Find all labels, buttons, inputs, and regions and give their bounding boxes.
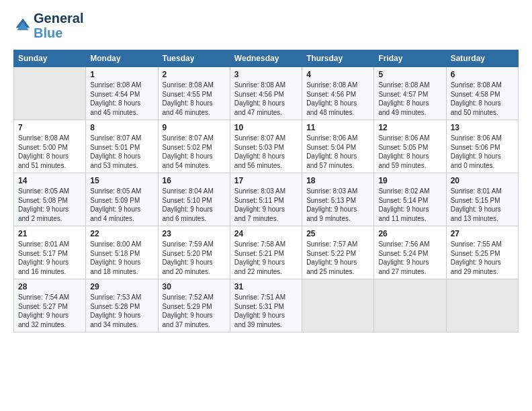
- calendar-week-row: 7Sunrise: 8:08 AMSunset: 5:00 PMDaylight…: [14, 120, 519, 173]
- day-number: 31: [234, 282, 298, 291]
- calendar-cell: 6Sunrise: 8:08 AMSunset: 4:58 PMDaylight…: [446, 67, 518, 120]
- calendar-week-row: 28Sunrise: 7:54 AMSunset: 5:27 PMDayligh…: [14, 279, 519, 332]
- day-content: Sunrise: 7:56 AMSunset: 5:24 PMDaylight:…: [378, 240, 441, 276]
- weekday-header-row: SundayMondayTuesdayWednesdayThursdayFrid…: [14, 50, 519, 67]
- day-content: Sunrise: 8:07 AMSunset: 5:03 PMDaylight:…: [234, 134, 298, 170]
- calendar-cell: 15Sunrise: 8:05 AMSunset: 5:09 PMDayligh…: [86, 173, 158, 226]
- day-number: 16: [163, 176, 226, 185]
- weekday-header-cell: Saturday: [446, 50, 518, 67]
- day-number: 5: [378, 70, 441, 79]
- calendar-cell: 20Sunrise: 8:01 AMSunset: 5:15 PMDayligh…: [446, 173, 518, 226]
- calendar-cell: [14, 67, 86, 120]
- day-content: Sunrise: 7:57 AMSunset: 5:22 PMDaylight:…: [306, 240, 369, 276]
- day-number: 30: [163, 282, 226, 291]
- day-number: 29: [90, 282, 153, 291]
- calendar-cell: 18Sunrise: 8:03 AMSunset: 5:13 PMDayligh…: [302, 173, 374, 226]
- day-number: 3: [234, 70, 298, 79]
- day-content: Sunrise: 8:08 AMSunset: 4:55 PMDaylight:…: [163, 81, 226, 117]
- calendar-cell: 7Sunrise: 8:08 AMSunset: 5:00 PMDaylight…: [14, 120, 86, 173]
- day-content: Sunrise: 8:04 AMSunset: 5:10 PMDaylight:…: [163, 187, 226, 223]
- calendar-cell: 11Sunrise: 8:06 AMSunset: 5:04 PMDayligh…: [302, 120, 374, 173]
- day-number: 9: [163, 123, 226, 132]
- calendar-table: SundayMondayTuesdayWednesdayThursdayFrid…: [13, 50, 519, 332]
- day-number: 8: [90, 123, 153, 132]
- calendar-cell: 14Sunrise: 8:05 AMSunset: 5:08 PMDayligh…: [14, 173, 86, 226]
- day-number: 10: [234, 123, 298, 132]
- day-number: 20: [451, 176, 514, 185]
- calendar-cell: 10Sunrise: 8:07 AMSunset: 5:03 PMDayligh…: [230, 120, 302, 173]
- day-content: Sunrise: 8:01 AMSunset: 5:17 PMDaylight:…: [18, 240, 81, 276]
- calendar-cell: 31Sunrise: 7:51 AMSunset: 5:31 PMDayligh…: [230, 279, 302, 332]
- day-content: Sunrise: 8:07 AMSunset: 5:01 PMDaylight:…: [90, 134, 153, 170]
- day-number: 12: [378, 123, 441, 132]
- calendar-cell: 27Sunrise: 7:55 AMSunset: 5:25 PMDayligh…: [446, 226, 518, 279]
- day-content: Sunrise: 8:03 AMSunset: 5:11 PMDaylight:…: [234, 187, 298, 223]
- calendar-week-row: 1Sunrise: 8:08 AMSunset: 4:54 PMDaylight…: [14, 67, 519, 120]
- day-content: Sunrise: 7:54 AMSunset: 5:27 PMDaylight:…: [18, 293, 81, 329]
- calendar-cell: [374, 279, 446, 332]
- day-content: Sunrise: 8:08 AMSunset: 4:56 PMDaylight:…: [306, 81, 369, 117]
- day-number: 23: [163, 229, 226, 238]
- day-number: 1: [90, 70, 153, 79]
- calendar-cell: [302, 279, 374, 332]
- calendar-cell: 28Sunrise: 7:54 AMSunset: 5:27 PMDayligh…: [14, 279, 86, 332]
- day-number: 24: [234, 229, 298, 238]
- day-content: Sunrise: 7:55 AMSunset: 5:25 PMDaylight:…: [451, 240, 514, 276]
- day-number: 7: [18, 123, 81, 132]
- day-content: Sunrise: 8:06 AMSunset: 5:04 PMDaylight:…: [306, 134, 369, 170]
- day-number: 22: [90, 229, 153, 238]
- calendar-cell: 3Sunrise: 8:08 AMSunset: 4:56 PMDaylight…: [230, 67, 302, 120]
- day-content: Sunrise: 8:08 AMSunset: 4:58 PMDaylight:…: [451, 81, 514, 117]
- weekday-header-cell: Friday: [374, 50, 446, 67]
- calendar-cell: 4Sunrise: 8:08 AMSunset: 4:56 PMDaylight…: [302, 67, 374, 120]
- calendar-cell: 24Sunrise: 7:58 AMSunset: 5:21 PMDayligh…: [230, 226, 302, 279]
- logo: General Blue: [13, 11, 83, 40]
- day-content: Sunrise: 8:08 AMSunset: 4:56 PMDaylight:…: [234, 81, 298, 117]
- day-content: Sunrise: 7:53 AMSunset: 5:28 PMDaylight:…: [90, 293, 153, 329]
- day-content: Sunrise: 8:08 AMSunset: 5:00 PMDaylight:…: [18, 134, 81, 170]
- calendar-cell: 9Sunrise: 8:07 AMSunset: 5:02 PMDaylight…: [158, 120, 230, 173]
- calendar-cell: 17Sunrise: 8:03 AMSunset: 5:11 PMDayligh…: [230, 173, 302, 226]
- calendar-cell: 25Sunrise: 7:57 AMSunset: 5:22 PMDayligh…: [302, 226, 374, 279]
- calendar-cell: 19Sunrise: 8:02 AMSunset: 5:14 PMDayligh…: [374, 173, 446, 226]
- calendar-cell: 22Sunrise: 8:00 AMSunset: 5:18 PMDayligh…: [86, 226, 158, 279]
- calendar-cell: 21Sunrise: 8:01 AMSunset: 5:17 PMDayligh…: [14, 226, 86, 279]
- calendar-cell: 13Sunrise: 8:06 AMSunset: 5:06 PMDayligh…: [446, 120, 518, 173]
- day-content: Sunrise: 7:58 AMSunset: 5:21 PMDaylight:…: [234, 240, 298, 276]
- day-content: Sunrise: 8:01 AMSunset: 5:15 PMDaylight:…: [451, 187, 514, 223]
- day-content: Sunrise: 7:59 AMSunset: 5:20 PMDaylight:…: [163, 240, 226, 276]
- weekday-header-cell: Thursday: [302, 50, 374, 67]
- calendar-week-row: 14Sunrise: 8:05 AMSunset: 5:08 PMDayligh…: [14, 173, 519, 226]
- logo-icon: [13, 16, 32, 35]
- logo-text: General Blue: [34, 11, 83, 40]
- calendar-cell: [446, 279, 518, 332]
- day-content: Sunrise: 8:06 AMSunset: 5:05 PMDaylight:…: [378, 134, 441, 170]
- day-number: 18: [306, 176, 369, 185]
- calendar-cell: 12Sunrise: 8:06 AMSunset: 5:05 PMDayligh…: [374, 120, 446, 173]
- day-number: 25: [306, 229, 369, 238]
- day-number: 14: [18, 176, 81, 185]
- page-header: General Blue: [13, 11, 519, 40]
- weekday-header-cell: Monday: [86, 50, 158, 67]
- calendar-cell: 29Sunrise: 7:53 AMSunset: 5:28 PMDayligh…: [86, 279, 158, 332]
- calendar-week-row: 21Sunrise: 8:01 AMSunset: 5:17 PMDayligh…: [14, 226, 519, 279]
- day-number: 4: [306, 70, 369, 79]
- day-content: Sunrise: 8:03 AMSunset: 5:13 PMDaylight:…: [306, 187, 369, 223]
- day-content: Sunrise: 8:05 AMSunset: 5:09 PMDaylight:…: [90, 187, 153, 223]
- weekday-header-cell: Sunday: [14, 50, 86, 67]
- day-number: 6: [451, 70, 514, 79]
- day-number: 27: [451, 229, 514, 238]
- day-number: 17: [234, 176, 298, 185]
- weekday-header-cell: Wednesday: [230, 50, 302, 67]
- day-content: Sunrise: 8:06 AMSunset: 5:06 PMDaylight:…: [451, 134, 514, 170]
- day-content: Sunrise: 8:07 AMSunset: 5:02 PMDaylight:…: [163, 134, 226, 170]
- day-content: Sunrise: 8:02 AMSunset: 5:14 PMDaylight:…: [378, 187, 441, 223]
- day-content: Sunrise: 7:51 AMSunset: 5:31 PMDaylight:…: [234, 293, 298, 329]
- day-content: Sunrise: 8:08 AMSunset: 4:57 PMDaylight:…: [378, 81, 441, 117]
- calendar-cell: 1Sunrise: 8:08 AMSunset: 4:54 PMDaylight…: [86, 67, 158, 120]
- calendar-cell: 2Sunrise: 8:08 AMSunset: 4:55 PMDaylight…: [158, 67, 230, 120]
- calendar-cell: 23Sunrise: 7:59 AMSunset: 5:20 PMDayligh…: [158, 226, 230, 279]
- day-number: 26: [378, 229, 441, 238]
- calendar-cell: 26Sunrise: 7:56 AMSunset: 5:24 PMDayligh…: [374, 226, 446, 279]
- day-number: 13: [451, 123, 514, 132]
